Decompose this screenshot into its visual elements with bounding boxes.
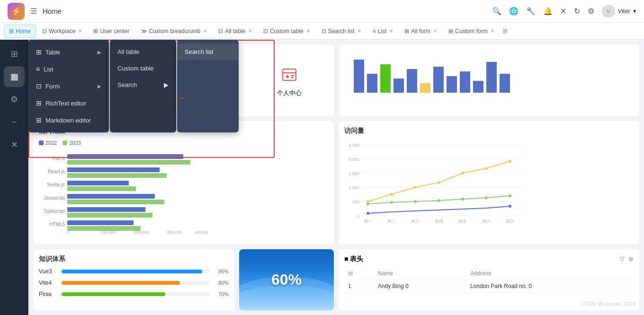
svg-rect-13 — [460, 71, 470, 93]
topbar: ⚡ ☰ Home 🔍 🌐 🔧 🔔 ✕ ↻ ⚙ V Viter ▾ — [0, 0, 644, 23]
sidebar-item-minus[interactable]: − — [4, 112, 25, 132]
globe-icon[interactable]: 🌐 — [509, 7, 519, 16]
visit-chart-card: 访问量 2,500 2,000 1,500 1,000 500 0 — [339, 121, 639, 244]
svg-rect-14 — [473, 81, 483, 93]
search-icon[interactable]: 🔍 — [492, 7, 501, 16]
filter-icon[interactable]: ▽ — [620, 255, 625, 262]
arrow-right-icon: ▶ — [98, 50, 101, 55]
tab-close-icon[interactable]: ✕ — [248, 28, 252, 34]
tab-search-list[interactable]: ⊡ Search list ✕ — [316, 25, 367, 38]
svg-text:1,000: 1,000 — [349, 185, 359, 190]
progress-row-vite4: Vite4 80% — [39, 280, 229, 286]
legend-2023: 2023 — [63, 140, 80, 146]
progress-pct-vue3: 95% — [214, 269, 229, 274]
svg-rect-16 — [500, 74, 510, 93]
menu-item-search[interactable]: Search ▶ — [110, 77, 176, 93]
tab-all-form[interactable]: ⊞ All form ✕ — [399, 25, 442, 38]
tab-home[interactable]: ⊞ Home — [4, 25, 36, 38]
sidebar-item-apps[interactable]: ▦ — [4, 66, 25, 87]
svg-text:周三: 周三 — [411, 219, 420, 224]
svg-point-53 — [390, 193, 393, 196]
progress-bar-bg — [62, 292, 210, 296]
visit-chart-title: 访问量 — [344, 127, 634, 135]
progress-fill-vue3 — [62, 270, 202, 273]
tab-icon: ≫ — [141, 28, 147, 35]
share-icon[interactable]: ⊕ — [628, 255, 634, 262]
tab-close-icon[interactable]: ✕ — [358, 28, 361, 34]
tab-custom-breadcrumb[interactable]: ≫ Custom breadcrumb ✕ — [136, 25, 213, 38]
tab-more-icon[interactable]: ⊞ — [502, 27, 508, 35]
data-table: Id Name Address 1 Andy Bing 0 London Par… — [344, 267, 634, 293]
svg-rect-9 — [407, 69, 417, 93]
tab-workplace[interactable]: ⊡ Workplace ✕ — [37, 25, 87, 38]
tab-close-icon[interactable]: ✕ — [306, 28, 310, 34]
progress-fill-vite4 — [62, 281, 180, 285]
tab-close-icon[interactable]: ✕ — [78, 28, 82, 34]
tab-icon: ≡ — [373, 28, 376, 35]
settings-icon[interactable]: ⚙ — [588, 7, 594, 16]
cell-id: 1 — [344, 280, 374, 292]
progress-pct-pinia: 70% — [214, 291, 229, 297]
svg-text:500: 500 — [352, 200, 359, 204]
svg-text:Svelte.js: Svelte.js — [47, 182, 65, 187]
legend-dot-2023 — [63, 140, 67, 145]
close-icon[interactable]: ✕ — [560, 7, 566, 16]
svg-rect-27 — [67, 207, 145, 212]
svg-rect-0 — [283, 69, 296, 80]
refresh-icon[interactable]: ↻ — [574, 7, 580, 16]
menu-item-richtext[interactable]: ⊞RichText editor — [28, 95, 109, 112]
svg-rect-32 — [67, 200, 164, 204]
progress-label-pinia: Pinia — [39, 291, 58, 298]
menu-item-list[interactable]: ≡List — [28, 61, 109, 78]
tab-custom-form[interactable]: ⊞ Custom form ✕ — [443, 25, 500, 38]
tab-label: Custom breadcrumb — [149, 28, 201, 35]
wave-percentage: 60% — [271, 271, 302, 289]
tab-close-icon[interactable]: ✕ — [203, 28, 207, 34]
svg-text:300,000: 300,000 — [167, 230, 182, 235]
sidebar-item-settings[interactable]: ⚙ — [4, 89, 25, 110]
sidebar: ⊞ ▦ ⚙ − ✕ — [0, 40, 28, 315]
chevron-down-icon: ▾ — [633, 8, 636, 15]
menu-item-table[interactable]: ⊞Table ▶ — [28, 44, 109, 61]
progress-label-vite4: Vite4 — [39, 280, 58, 286]
tab-close-icon[interactable]: ✕ — [389, 28, 393, 34]
menu-item-custom-table[interactable]: Custom table — [110, 60, 176, 77]
page-title: Home — [43, 7, 62, 15]
tab-label: Custom table — [270, 28, 304, 35]
tab-close-icon[interactable]: ✕ — [433, 28, 437, 34]
arrow-right-icon: ▶ — [98, 84, 101, 89]
svg-point-64 — [485, 196, 488, 199]
knowledge-title: 知识体系 — [39, 255, 229, 263]
bell-icon[interactable]: 🔔 — [543, 7, 553, 16]
profile-icon — [278, 63, 301, 86]
menu-item-search-list[interactable]: Search list — [177, 44, 239, 60]
tab-user-center[interactable]: ⊞ User center — [88, 25, 134, 38]
sidebar-item-grid[interactable]: ⊞ — [4, 44, 25, 64]
quick-nav-item-profile[interactable]: 个人中心 — [277, 63, 302, 97]
hot-framework-card: 热门框架 2022 2023 Vue.js React.js Svelte.js… — [33, 121, 334, 244]
tab-list[interactable]: ≡ List ✕ — [367, 25, 399, 38]
wave-shape-2 — [239, 286, 334, 310]
tab-all-table[interactable]: ⊡ All table ✕ — [213, 25, 257, 38]
svg-point-62 — [438, 199, 440, 202]
dropdown-level1: ⊞Table ▶ ≡List ⊡Form ▶ ⊞RichText editor … — [28, 40, 109, 132]
menu-item-markdown[interactable]: ⊞Markdown editor — [28, 112, 109, 129]
menu-item-form[interactable]: ⊡Form ▶ — [28, 78, 109, 95]
svg-text:Typescript: Typescript — [43, 209, 65, 214]
table-card: ■ 表头 ▽ ⊕ Id Name Address 1 Andy Bing 0 L… — [339, 249, 639, 310]
tab-custom-table[interactable]: ⊡ Custom table ✕ — [258, 25, 315, 38]
svg-text:0: 0 — [357, 214, 359, 219]
progress-row-pinia: Pinia 70% — [39, 291, 229, 298]
form-icon: ⊡ — [36, 82, 42, 90]
tool-icon[interactable]: 🔧 — [526, 7, 536, 16]
user-menu[interactable]: V Viter ▾ — [602, 5, 637, 18]
menu-item-all-table[interactable]: All table — [110, 44, 176, 60]
svg-rect-10 — [420, 83, 430, 93]
arrow-right-icon: ▶ — [164, 81, 169, 88]
wave-progress-card: 60% — [239, 249, 334, 310]
tab-close-icon[interactable]: ✕ — [491, 28, 494, 34]
sidebar-item-close[interactable]: ✕ — [4, 134, 25, 155]
watermark: CSDN @xiaoyan_2018 — [581, 301, 635, 306]
menu-toggle-icon[interactable]: ☰ — [30, 7, 37, 16]
svg-point-57 — [485, 167, 488, 170]
